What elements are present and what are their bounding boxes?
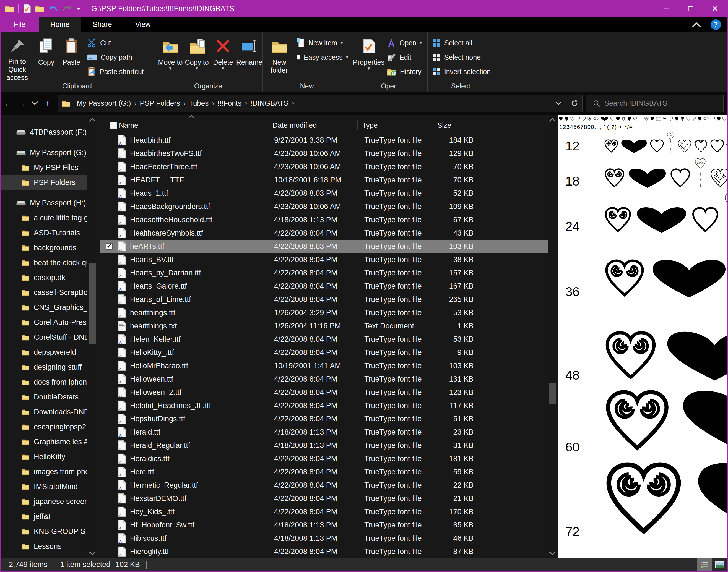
tab-file[interactable]: File xyxy=(1,17,39,32)
address-dropdown-icon[interactable] xyxy=(550,95,566,112)
table-row[interactable]: Heads_1.ttf4/22/2008 8:03 PMTrueType fon… xyxy=(100,187,548,200)
move-to-button[interactable]: Move to ▾ xyxy=(157,34,184,82)
table-row[interactable]: HelloMrPharao.ttf10/19/2001 1:41 AMTrueT… xyxy=(100,359,548,372)
sidebar-item-lessons[interactable]: Lessons xyxy=(1,539,87,554)
sidebar-item-psp-folders[interactable]: PSP Folders xyxy=(1,175,87,190)
close-button[interactable]: ✕ xyxy=(703,0,727,17)
sidebar-scrollbar[interactable] xyxy=(87,115,98,559)
table-row[interactable]: Hf_Hobofont_Sw.ttf4/18/2008 1:13 PMTrueT… xyxy=(100,518,548,531)
sidebar-item-doubledstats[interactable]: DoubleDstats xyxy=(1,389,87,405)
table-row[interactable]: Helpful_Headlines_JL.ttf4/22/2008 8:04 P… xyxy=(100,399,548,412)
table-row[interactable]: HepshutDings.ttf4/22/2008 8:04 PMTrueTyp… xyxy=(100,412,548,425)
sidebar-item-cns-graphics-tu[interactable]: CNS_Graphics_Tu xyxy=(1,300,87,315)
maximize-button[interactable]: □ xyxy=(678,0,703,17)
table-row[interactable]: HeadbirthesTwoFS.ttf4/23/2008 10:06 AMTr… xyxy=(100,147,548,160)
table-row[interactable]: Hermetic_Regular.ttf4/22/2008 8:04 PMTru… xyxy=(100,479,548,492)
tab-share[interactable]: Share xyxy=(81,17,123,32)
paste-button[interactable]: Paste xyxy=(59,34,84,82)
address-bar[interactable]: My Passport (G:)›PSP Folders›Tubes›!!!Fo… xyxy=(58,94,583,112)
copy-to-button[interactable]: Copy to ▾ xyxy=(184,34,210,82)
search-box[interactable] xyxy=(586,94,724,112)
select-all-checkbox[interactable] xyxy=(106,120,118,130)
new-folder-qat-icon[interactable] xyxy=(35,4,44,13)
search-input[interactable] xyxy=(604,99,710,108)
sidebar-item-meta-inf[interactable]: META-INF xyxy=(1,554,87,559)
table-row[interactable]: HelloKitty_.ttf4/22/2008 8:04 PMTrueType… xyxy=(100,346,548,359)
sidebar-item-japanese-screen[interactable]: japanese screen xyxy=(1,494,87,509)
select-all-button[interactable]: Select all xyxy=(429,37,493,49)
table-row[interactable]: HeadsoftheHousehold.ttf4/18/2008 1:13 PM… xyxy=(100,213,548,226)
copy-path-button[interactable]: \\.. Copy path xyxy=(84,51,150,63)
table-row[interactable]: HEADFT__.TTF10/18/2001 6:18 PMTrueType f… xyxy=(100,173,548,187)
select-none-button[interactable]: Select none xyxy=(429,51,493,63)
sidebar-item-casiop-dk[interactable]: casiop.dk xyxy=(1,270,87,285)
easy-access-button[interactable]: Easy access ▾ xyxy=(293,51,351,63)
paste-shortcut-button[interactable]: Paste shortcut xyxy=(84,66,150,78)
redo-icon[interactable] xyxy=(62,4,72,13)
breadcrumb-separator-icon[interactable]: › xyxy=(292,99,294,107)
table-row[interactable]: Helloween_2.ttf4/22/2008 8:04 PMTrueType… xyxy=(100,386,548,399)
sidebar-item-designing-stuff[interactable]: designing stuff xyxy=(1,360,87,375)
table-row[interactable]: Herald.ttf4/18/2008 1:13 PMTrueType font… xyxy=(100,425,548,439)
table-row[interactable]: Hearts_Galore.ttf4/22/2008 8:04 PMTrueTy… xyxy=(100,280,548,293)
up-button[interactable]: ↑ xyxy=(41,99,55,108)
sidebar-item-graphisme-les-ar[interactable]: Graphisme les Ar xyxy=(1,434,87,449)
table-row[interactable]: Hibiscus.ttf4/18/2008 1:13 PMTrueType fo… xyxy=(100,531,548,545)
table-row[interactable]: Herc.ttf4/22/2008 8:04 PMTrueType font f… xyxy=(100,465,548,479)
table-row[interactable]: Headbirth.ttf9/27/2001 3:38 PMTrueType f… xyxy=(100,134,548,147)
sidebar-item-escapingtopsp2[interactable]: escapingtopsp2 xyxy=(1,419,87,434)
column-header-type[interactable]: Type xyxy=(358,120,433,130)
table-row[interactable]: Hearts_by_Darrian.ttf4/22/2008 8:04 PMTr… xyxy=(100,266,548,280)
table-row[interactable]: HeadFeeterThree.ttf4/23/2008 10:06 AMTru… xyxy=(100,160,548,173)
breadcrumb-item[interactable]: My Passport (G:) xyxy=(73,99,134,108)
sidebar-item-asd-tutorials[interactable]: ASD-Tutorials xyxy=(1,225,87,240)
row-checkbox[interactable]: ✓ xyxy=(106,243,113,250)
breadcrumb-separator-icon[interactable]: › xyxy=(134,99,136,107)
sidebar-item-jeff-i[interactable]: jeff&I xyxy=(1,509,87,524)
sidebar-item-backgrounds[interactable]: backgrounds xyxy=(1,240,87,255)
rename-button[interactable]: Rename xyxy=(236,34,263,82)
sidebar-item-a-cute-little-tag-g[interactable]: a cute little tag g xyxy=(1,210,87,225)
table-row[interactable]: HealthcareSymbols.ttf4/22/2008 8:04 PMTr… xyxy=(100,226,548,240)
undo-icon[interactable] xyxy=(48,4,58,13)
sidebar-item-depspwereld[interactable]: depspwereld xyxy=(1,345,87,360)
table-row[interactable]: HeadsBackgrounders.ttf4/23/2008 10:06 AM… xyxy=(100,200,548,213)
column-header-size[interactable]: Size xyxy=(433,120,483,130)
qat-customize-dropdown-icon[interactable] xyxy=(76,6,82,11)
table-row[interactable]: Helloween.ttf4/22/2008 8:04 PMTrueType f… xyxy=(100,372,548,386)
history-button[interactable]: History xyxy=(384,66,427,78)
recent-locations-icon[interactable] xyxy=(29,101,41,105)
tab-home[interactable]: Home xyxy=(39,17,81,32)
invert-selection-button[interactable]: Invert selection xyxy=(429,66,493,78)
table-row[interactable]: Helen_Keller.ttf4/22/2008 8:04 PMTrueTyp… xyxy=(100,333,548,346)
sidebar-item-corelstuff-dnd[interactable]: CorelStuff - DND xyxy=(1,330,87,345)
tab-view[interactable]: View xyxy=(124,17,162,32)
breadcrumb-item[interactable]: PSP Folders xyxy=(136,99,183,108)
sidebar-item-my-passport-h-[interactable]: My Passport (H:) xyxy=(1,196,87,210)
table-row[interactable]: Herald_Regular.ttf4/18/2008 1:13 PMTrueT… xyxy=(100,439,548,452)
table-row[interactable]: HexstarDEMO.ttf4/22/2008 8:04 PMTrueType… xyxy=(100,492,548,505)
table-row[interactable]: Hieroglify.ttf4/22/2008 8:04 PMTrueType … xyxy=(100,545,548,558)
file-list-scrollbar[interactable] xyxy=(548,115,557,559)
column-header-date-modified[interactable]: Date modified xyxy=(268,120,358,130)
scroll-up-icon[interactable] xyxy=(89,118,96,122)
breadcrumb-item[interactable]: Tubes xyxy=(186,99,212,108)
breadcrumb-separator-icon[interactable]: › xyxy=(183,99,186,107)
forward-button[interactable]: → xyxy=(15,99,29,108)
minimize-button[interactable]: ─ xyxy=(654,0,678,17)
column-header-name[interactable]: Name xyxy=(118,120,268,130)
sidebar-item-hellokitty[interactable]: HelloKitty xyxy=(1,449,87,464)
scrollbar-thumb[interactable] xyxy=(88,263,96,345)
scroll-up-icon[interactable] xyxy=(549,118,556,122)
edit-button[interactable]: Edit xyxy=(384,51,427,63)
thumbnail-view-button[interactable] xyxy=(712,559,727,571)
table-row[interactable]: Hearts_of_Lime.ttf4/22/2008 8:04 PMTrueT… xyxy=(100,293,548,306)
table-row[interactable]: heartthings.txt1/26/2004 11:16 PMText Do… xyxy=(100,319,548,333)
cut-button[interactable]: Cut xyxy=(84,37,150,49)
breadcrumb-item[interactable]: !!!Fonts xyxy=(214,99,245,108)
breadcrumb-separator-icon[interactable]: › xyxy=(212,99,214,107)
breadcrumb-separator-icon[interactable]: › xyxy=(245,99,247,107)
scrollbar-thumb[interactable] xyxy=(549,383,556,405)
collapse-ribbon-icon[interactable] xyxy=(692,22,701,27)
properties-button[interactable]: Properties ▾ xyxy=(353,34,384,82)
